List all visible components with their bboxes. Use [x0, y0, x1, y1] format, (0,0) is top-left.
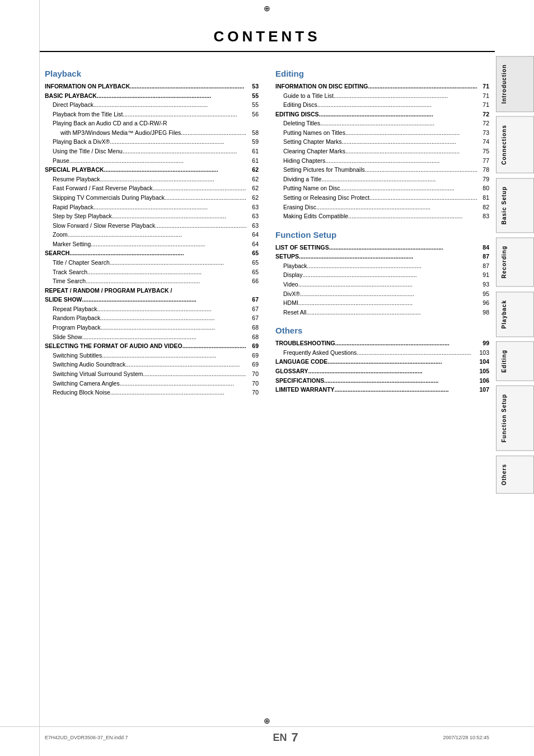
toc-label: Video — [283, 280, 298, 289]
toc-label: Switching Subtitles — [53, 351, 102, 360]
toc-label: Setting Chapter Marks — [283, 137, 341, 147]
toc-label: Setting or Releasing Disc Protect — [283, 193, 369, 203]
toc-label: Direct Playback — [53, 100, 93, 110]
toc-dots: ........................................… — [181, 128, 246, 138]
others-toc: TROUBLESHOOTING ........................… — [275, 339, 489, 394]
toc-entry: SLIDE SHOW .............................… — [45, 295, 259, 304]
toc-entry: Switching Subtitles ....................… — [45, 351, 259, 360]
toc-label: Playing Back an Audio CD and a CD-RW/-R — [53, 119, 167, 128]
toc-dots: ........................................… — [345, 147, 477, 156]
toc-dots: ........................................… — [300, 289, 477, 299]
toc-entry: Setting Chapter Marks ..................… — [275, 137, 489, 147]
toc-entry: Title / Chapter Search .................… — [45, 258, 259, 267]
toc-entry: Switching Audio Soundtrack .............… — [45, 360, 259, 369]
toc-dots: ........................................… — [335, 339, 477, 348]
toc-entry: Switching Virtual Surround System ......… — [45, 369, 259, 379]
toc-label: BASIC PLAYBACK — [45, 91, 97, 101]
toc-dots: ........................................… — [320, 119, 477, 128]
toc-label: Clearing Chapter Marks — [283, 147, 345, 156]
toc-entry: Fast Forward / Fast Reverse Playback ...… — [45, 184, 259, 193]
toc-dots: ........................................… — [97, 304, 246, 314]
toc-label: Switching Virtual Surround System — [53, 369, 143, 379]
toc-dots: ........................................… — [298, 280, 477, 289]
toc-dots: ........................................… — [182, 341, 246, 351]
sidebar-tab-introduction[interactable]: Introduction — [496, 56, 534, 112]
toc-entry: Guide to a Title List ..................… — [275, 91, 489, 101]
sidebar-tab-others[interactable]: Others — [496, 456, 534, 494]
toc-entry: Display ................................… — [275, 270, 489, 280]
toc-label: Frequently Asked Questions — [283, 348, 357, 358]
toc-dots: ........................................… — [334, 91, 477, 101]
toc-page: 105 — [477, 367, 489, 376]
toc-page: 70 — [246, 369, 259, 379]
toc-label: Zoom — [53, 230, 68, 240]
toc-page: 53 — [246, 82, 259, 91]
toc-page: 72 — [477, 110, 489, 119]
toc-page: 96 — [477, 298, 489, 308]
toc-page: 62 — [246, 165, 259, 175]
page-wrapper: ⊕ CONTENTS Playback INFORMATION ON PLAYB… — [0, 0, 534, 756]
toc-page: 68 — [246, 323, 259, 332]
toc-page: 56 — [246, 110, 259, 119]
toc-label: Making Edits Compatible — [283, 212, 348, 221]
toc-dots: ........................................… — [335, 385, 477, 395]
toc-label: Dividing a Title — [283, 175, 321, 184]
sidebar-tab-recording[interactable]: Recording — [496, 237, 534, 287]
spacer-1 — [275, 221, 489, 224]
toc-dots: ........................................… — [102, 351, 246, 360]
bottom-reg-mark: ⊕ — [264, 713, 270, 728]
playback-heading: Playback — [45, 69, 259, 78]
toc-dots: ........................................… — [101, 323, 246, 332]
toc-entry: Using the Title / Disc Menu ............… — [45, 147, 259, 156]
toc-label: Switching Audio Soundtrack — [53, 360, 125, 369]
sidebar-tab-editing[interactable]: Editing — [496, 341, 534, 381]
page-number: 7 — [291, 730, 298, 745]
toc-entry: Program Playback .......................… — [45, 323, 259, 332]
toc-label: Using the Title / Disc Menu — [53, 147, 123, 156]
toc-entry: LANGUAGE CODE ..........................… — [275, 357, 489, 367]
toc-dots: ........................................… — [123, 147, 246, 156]
registration-mark-top: ⊕ — [264, 4, 270, 13]
toc-entry: SETUPS .................................… — [275, 252, 489, 261]
toc-dots: ........................................… — [319, 110, 477, 119]
toc-entry: Playback from the Title List ...........… — [45, 110, 259, 119]
toc-dots: ........................................… — [348, 212, 477, 221]
toc-label: Resume Playback — [53, 175, 100, 184]
toc-dots: ........................................… — [345, 128, 477, 138]
toc-entry: SPECIFICATIONS .........................… — [275, 376, 489, 386]
toc-dots: ........................................… — [93, 100, 246, 110]
function-setup-toc: LIST OF SETTINGS .......................… — [275, 243, 489, 317]
toc-page: 65 — [246, 258, 259, 267]
toc-dots: ........................................… — [125, 360, 246, 369]
toc-label: Playback — [283, 261, 307, 271]
toc-label: INFORMATION ON PLAYBACK — [45, 82, 130, 91]
toc-page: 106 — [477, 376, 489, 386]
toc-entry: Frequently Asked Questions .............… — [275, 348, 489, 358]
toc-page: 71 — [477, 100, 489, 110]
sidebar-tab-function-setup[interactable]: Function Setup — [496, 386, 534, 451]
sidebar-tabs: IntroductionConnectionsBasic SetupRecord… — [496, 56, 534, 498]
toc-label: Display — [283, 270, 302, 280]
toc-label: Random Playback — [53, 313, 100, 323]
toc-page: 68 — [246, 332, 259, 342]
toc-dots: ........................................… — [143, 369, 246, 379]
toc-entry: Making Edits Compatible ................… — [275, 212, 489, 221]
toc-label: DivX® — [283, 289, 300, 299]
toc-entry: Setting Pictures for Thumbnails ........… — [275, 165, 489, 175]
sidebar-tab-basic-setup[interactable]: Basic Setup — [496, 178, 534, 233]
sidebar-tab-connections[interactable]: Connections — [496, 116, 534, 173]
toc-label: INFORMATION ON DISC EDITING — [275, 82, 368, 91]
bottom-left-text: E7H42UD_DVDR3506-37_EN.indd 7 — [45, 735, 128, 740]
content-area: Playback INFORMATION ON PLAYBACK .......… — [0, 52, 534, 408]
toc-entry: Dividing a Title .......................… — [275, 175, 489, 184]
toc-page: 69 — [246, 360, 259, 369]
toc-entry: LIMITED WARRANTY .......................… — [275, 385, 489, 395]
toc-label: Switching Camera Angles — [53, 379, 120, 388]
toc-page: 99 — [477, 339, 489, 348]
toc-dots: ........................................… — [120, 379, 246, 388]
sidebar-tab-playback[interactable]: Playback — [496, 292, 534, 337]
toc-dots: ........................................… — [123, 110, 246, 119]
playback-toc: INFORMATION ON PLAYBACK ................… — [45, 82, 259, 397]
tab-divider — [496, 494, 534, 498]
right-column: Editing INFORMATION ON DISC EDITING ....… — [275, 69, 489, 397]
